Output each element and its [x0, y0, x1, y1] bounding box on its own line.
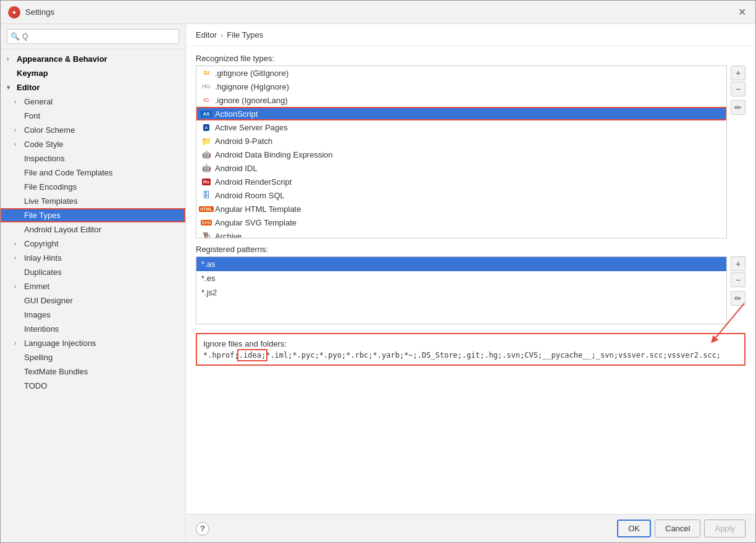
expand-arrow: › — [14, 283, 22, 290]
sidebar-item-label: TextMate Bundles — [24, 367, 88, 376]
list-item[interactable]: A Active Server Pages — [196, 120, 726, 134]
file-type-label: Android Room SQL — [215, 191, 285, 200]
file-type-label: Android RenderScript — [215, 177, 292, 187]
registered-controls: + − ✏ — [731, 256, 746, 324]
sidebar-item-label: Emmet — [24, 282, 49, 291]
main-panel: Editor › File Types Recognized file type… — [186, 24, 755, 542]
recognized-section: Recognized file types: GI .gitignore (Gi… — [196, 54, 746, 238]
help-button[interactable]: ? — [196, 522, 209, 536]
sidebar-item-inlay-hints[interactable]: › Inlay Hints — [1, 251, 185, 265]
sidebar-item-todo[interactable]: TODO — [1, 379, 185, 393]
sidebar-item-editor[interactable]: ▾ Editor — [1, 80, 185, 95]
registered-list[interactable]: *.as *.es *.js2 — [196, 256, 727, 324]
breadcrumb-separator: › — [220, 30, 223, 40]
sidebar-item-file-encodings[interactable]: File Encodings — [1, 180, 185, 194]
sidebar-item-file-types[interactable]: File Types — [1, 208, 185, 222]
sidebar-item-label: General — [24, 97, 52, 106]
expand-arrow: › — [14, 255, 22, 261]
list-item[interactable]: 🗜 Archive — [196, 229, 726, 238]
list-item[interactable]: SVG Angular SVG Template — [196, 216, 726, 229]
add-file-type-button[interactable]: + — [731, 65, 746, 80]
sidebar: 🔍 › Appearance & Behavior Keymap ▾ Edito… — [1, 24, 186, 542]
file-type-label: .hgignore (HgIgnore) — [215, 82, 289, 91]
cancel-button[interactable]: Cancel — [655, 520, 700, 537]
breadcrumb-parent: Editor — [196, 30, 217, 40]
pattern-item-es[interactable]: *.es — [196, 271, 726, 285]
sidebar-item-android-layout[interactable]: Android Layout Editor — [1, 222, 185, 237]
breadcrumb-current: File Types — [227, 30, 263, 40]
ignore-value-row: *.hprof;.idea;*.iml;*.pyc;*.pyo;*.rbc;*.… — [203, 351, 738, 360]
sidebar-item-general[interactable]: › General — [1, 95, 185, 109]
apply-button[interactable]: Apply — [704, 520, 746, 537]
search-box: 🔍 — [1, 24, 185, 49]
sidebar-item-intentions[interactable]: Intentions — [1, 322, 185, 336]
expand-arrow: › — [14, 127, 22, 133]
file-icon-angular-svg: SVG — [201, 217, 211, 227]
list-item[interactable]: Rs Android RenderScript — [196, 175, 726, 188]
file-type-label: Android IDL — [215, 164, 258, 173]
sidebar-item-textmate-bundles[interactable]: TextMate Bundles — [1, 364, 185, 379]
list-item[interactable]: 🗄 Android Room SQL — [196, 188, 726, 202]
sidebar-item-keymap[interactable]: Keymap — [1, 66, 185, 80]
remove-file-type-button[interactable]: − — [731, 82, 746, 96]
breadcrumb: Editor › File Types — [186, 24, 755, 46]
file-icon-android-roomsql: 🗄 — [201, 190, 211, 200]
file-type-label: Android 9-Patch — [215, 137, 272, 146]
expand-arrow: ▾ — [7, 84, 14, 91]
file-icon-angular-html: HTML — [201, 204, 211, 214]
pattern-item-js2[interactable]: *.js2 — [196, 285, 726, 300]
remove-pattern-button[interactable]: − — [731, 272, 746, 287]
sidebar-item-label: Font — [24, 111, 40, 120]
file-icon-android-idl: 🤖 — [201, 163, 211, 173]
list-item[interactable]: 📁 Android 9-Patch — [196, 134, 726, 148]
sidebar-item-file-code-templates[interactable]: File and Code Templates — [1, 166, 185, 180]
sidebar-item-label: Spelling — [24, 353, 52, 362]
file-icon-asp: A — [201, 122, 211, 132]
list-item[interactable]: HTML Angular HTML Template — [196, 202, 726, 216]
pattern-item-as[interactable]: *.as — [196, 257, 726, 271]
ignore-value: *.hprof;.idea;*.iml;*.pyc;*.pyo;*.rbc;*.… — [203, 351, 721, 360]
sidebar-tree: › Appearance & Behavior Keymap ▾ Editor … — [1, 49, 185, 542]
main-content: 🔍 › Appearance & Behavior Keymap ▾ Edito… — [1, 24, 755, 542]
list-item[interactable]: IG .ignore (IgnoreLang) — [196, 93, 726, 107]
sidebar-item-label: Appearance & Behavior — [17, 54, 107, 64]
sidebar-item-code-style[interactable]: › Code Style — [1, 137, 185, 151]
registered-section: Registered patterns: *.as *.es *.js2 + −… — [196, 245, 746, 324]
expand-arrow: › — [7, 56, 14, 62]
sidebar-item-label: Android Layout Editor — [24, 225, 101, 234]
recognized-list[interactable]: GI .gitignore (GitIgnore) HG .hgignore (… — [196, 65, 727, 238]
sidebar-item-gui-designer[interactable]: GUI Designer — [1, 293, 185, 308]
sidebar-item-inspections[interactable]: Inspections — [1, 151, 185, 166]
add-pattern-button[interactable]: + — [731, 256, 746, 271]
sidebar-item-label: Inspections — [24, 154, 65, 163]
sidebar-item-live-templates[interactable]: Live Templates — [1, 194, 185, 208]
search-input[interactable] — [7, 29, 179, 44]
file-type-label: Android Data Binding Expression — [215, 150, 333, 159]
file-type-label: Angular HTML Template — [215, 204, 301, 214]
sidebar-item-copyright[interactable]: › Copyright — [1, 237, 185, 251]
edit-file-type-button[interactable]: ✏ — [731, 100, 746, 115]
sidebar-item-appearance[interactable]: › Appearance & Behavior — [1, 52, 185, 66]
ignore-section: Ignore files and folders: *.hprof;.idea;… — [196, 333, 746, 366]
sidebar-item-duplicates[interactable]: Duplicates — [1, 265, 185, 279]
file-icon-android-rs: Rs — [201, 177, 211, 187]
list-item-actionscript[interactable]: AS ActionScript — [196, 107, 726, 120]
ok-button[interactable]: OK — [617, 520, 651, 537]
sidebar-item-images[interactable]: Images — [1, 308, 185, 322]
list-item[interactable]: GI .gitignore (GitIgnore) — [196, 66, 726, 80]
list-item[interactable]: 🤖 Android Data Binding Expression — [196, 148, 726, 161]
sidebar-item-label: Live Templates — [24, 196, 77, 206]
sidebar-item-color-scheme[interactable]: › Color Scheme — [1, 123, 185, 137]
sidebar-item-label: File and Code Templates — [24, 168, 113, 177]
list-item[interactable]: HG .hgignore (HgIgnore) — [196, 80, 726, 93]
file-icon-hgignore: HG — [201, 82, 211, 91]
close-button[interactable]: ✕ — [736, 6, 748, 19]
sidebar-item-language-injections[interactable]: › Language Injections — [1, 336, 185, 350]
sidebar-item-font[interactable]: Font — [1, 109, 185, 123]
list-item[interactable]: 🤖 Android IDL — [196, 161, 726, 175]
sidebar-item-label: Intentions — [24, 324, 59, 334]
edit-pattern-button[interactable]: ✏ — [731, 291, 746, 306]
sidebar-item-spelling[interactable]: Spelling — [1, 350, 185, 364]
ignore-text-part3: *.pyc;*.pyo;*.rbc;*.yarb;*~;.DS_Store;.g… — [293, 351, 721, 360]
sidebar-item-emmet[interactable]: › Emmet — [1, 279, 185, 293]
